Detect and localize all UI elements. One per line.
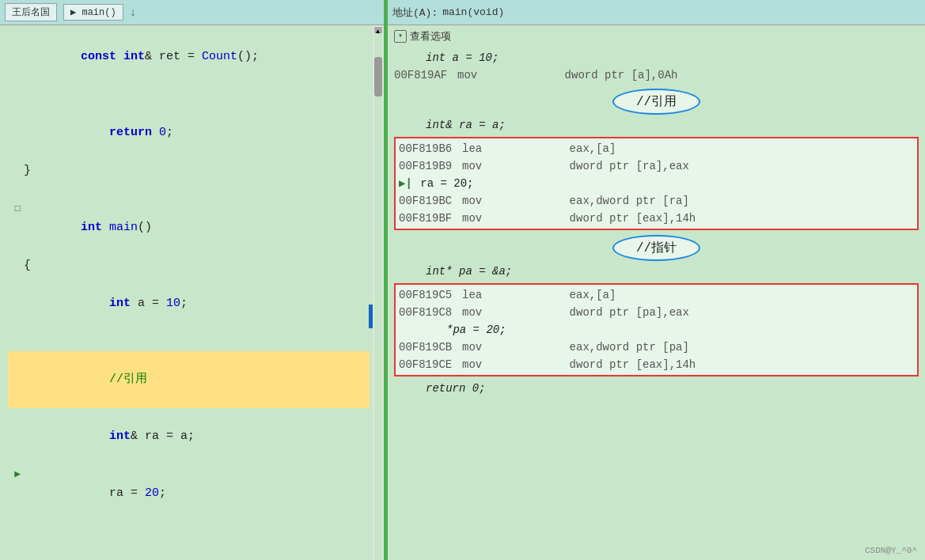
asm-mnemonic: mov bbox=[462, 339, 510, 356]
asm-operand: dword ptr [eax],14h bbox=[510, 210, 696, 227]
code-line: return 0; bbox=[8, 104, 370, 161]
source-text: return 0; bbox=[394, 380, 486, 397]
asm-operand: dword ptr [pa],eax bbox=[510, 304, 689, 321]
asm-addr: 00F819CB bbox=[399, 339, 462, 356]
chevron-down-icon[interactable]: ▾ bbox=[394, 30, 407, 43]
asm-operand: dword ptr [eax],14h bbox=[510, 356, 696, 373]
code-line bbox=[8, 332, 370, 351]
scroll-arrow: ↓ bbox=[130, 6, 136, 19]
options-bar: ▾ 查看选项 bbox=[388, 25, 925, 47]
asm-instruction: 00F819BC mov eax,dword ptr [ra] bbox=[399, 192, 914, 210]
source-text: int a = 10; bbox=[394, 49, 499, 66]
oval-label: //引用 bbox=[612, 89, 700, 115]
code-line: int& ra = a; bbox=[8, 408, 370, 465]
asm-mnemonic: lea bbox=[462, 140, 510, 157]
source-line-current: ▶| ra = 20; bbox=[399, 175, 914, 192]
watermark: CSDN@Y_^0^ bbox=[865, 546, 917, 555]
code-line: { bbox=[8, 256, 370, 275]
code-line: const int& ret = Count(); bbox=[8, 28, 370, 85]
asm-addr: 00F819B9 bbox=[399, 157, 462, 175]
asm-mnemonic: mov bbox=[462, 304, 510, 321]
asm-operand: eax,dword ptr [pa] bbox=[510, 339, 689, 356]
right-panel: 地址(A): main(void) ▾ 查看选项 int a = 10; 00F… bbox=[388, 0, 925, 560]
code-text bbox=[24, 180, 370, 199]
source-text: int* pa = &a; bbox=[394, 263, 512, 280]
scrollbar-up-arrow[interactable]: ▲ bbox=[374, 27, 382, 33]
source-line: int& ra = a; bbox=[394, 116, 919, 134]
asm-operand: dword ptr [a],0Ah bbox=[505, 66, 677, 84]
scrollbar-vertical[interactable]: ▲ bbox=[373, 25, 384, 560]
annotation-oval-pointer: //指针 bbox=[394, 235, 919, 261]
code-line bbox=[8, 180, 370, 199]
code-editor: const int& ret = Count(); return 0; } bbox=[0, 25, 384, 560]
asm-mnemonic: mov bbox=[462, 192, 510, 210]
annotation-oval-reference: //引用 bbox=[394, 89, 919, 115]
asm-instruction: 00F819CE mov dword ptr [eax],14h bbox=[399, 356, 914, 373]
code-text: const int& ret = Count(); bbox=[24, 28, 370, 85]
code-line: □ int main() bbox=[8, 199, 370, 256]
asm-disassembly: int a = 10; 00F819AF mov dword ptr [a],0… bbox=[388, 47, 925, 560]
asm-instruction: 00F819C8 mov dword ptr [pa],eax bbox=[399, 304, 914, 321]
asm-instruction: 00F819CB mov eax,dword ptr [pa] bbox=[399, 339, 914, 356]
current-arrow-icon: ▶| bbox=[399, 175, 412, 192]
asm-instruction: 00F819BF mov dword ptr [eax],14h bbox=[399, 210, 914, 227]
scrollbar-track[interactable] bbox=[374, 33, 382, 560]
asm-addr: 00F819C8 bbox=[399, 304, 462, 321]
gutter: □ bbox=[8, 199, 24, 218]
code-line bbox=[8, 522, 370, 541]
blue-indicator-line bbox=[369, 305, 373, 328]
code-text: return 0; bbox=[24, 104, 370, 161]
options-label[interactable]: 查看选项 bbox=[410, 29, 451, 44]
asm-addr: 00F819CE bbox=[399, 356, 462, 373]
code-line-current: ▶ ra = 20; bbox=[8, 465, 370, 522]
asm-instruction: 00F819B6 lea eax,[a] bbox=[399, 140, 914, 157]
asm-operand: eax,[a] bbox=[510, 286, 616, 304]
red-box-reference: 00F819B6 lea eax,[a] 00F819B9 mov dword … bbox=[394, 137, 919, 230]
asm-mnemonic: mov bbox=[462, 210, 510, 227]
code-text: //指针 bbox=[24, 541, 370, 560]
code-text bbox=[24, 85, 370, 104]
addr-label: 地址(A): bbox=[392, 6, 438, 20]
asm-addr: 00F819AF bbox=[394, 66, 457, 84]
left-panel: 王后名国 ▶ main() ↓ const int& ret = Count()… bbox=[0, 0, 388, 560]
current-line-marker: ▶ bbox=[8, 465, 24, 484]
asm-addr: 00F819C5 bbox=[399, 286, 462, 304]
asm-mnemonic: mov bbox=[457, 66, 505, 84]
asm-mnemonic: mov bbox=[462, 157, 510, 175]
oval-label: //指针 bbox=[612, 235, 700, 261]
tab-main[interactable]: ▶ main() bbox=[63, 4, 123, 21]
code-line-highlighted: //引用 bbox=[8, 351, 370, 408]
scrollbar-thumb[interactable] bbox=[374, 57, 382, 96]
source-line: return 0; bbox=[394, 380, 919, 397]
tab-callstack[interactable]: 王后名国 bbox=[5, 3, 57, 21]
red-box-pointer: 00F819C5 lea eax,[a] 00F819C8 mov dword … bbox=[394, 283, 919, 376]
source-text: *pa = 20; bbox=[399, 321, 506, 339]
code-line: int a = 10; bbox=[8, 275, 370, 332]
asm-addr: 00F819BC bbox=[399, 192, 462, 210]
source-text: int& ra = a; bbox=[394, 116, 506, 134]
addr-value: main(void) bbox=[442, 6, 504, 18]
code-text: } bbox=[24, 161, 370, 180]
code-text: { bbox=[24, 256, 370, 275]
code-text: ra = 20; bbox=[24, 465, 370, 522]
source-line: int a = 10; bbox=[394, 49, 919, 66]
asm-addr: 00F819BF bbox=[399, 210, 462, 227]
asm-instruction: 00F819C5 lea eax,[a] bbox=[399, 286, 914, 304]
asm-mnemonic: mov bbox=[462, 356, 510, 373]
asm-instruction: 00F819AF mov dword ptr [a],0Ah bbox=[394, 66, 919, 84]
code-text: int& ra = a; bbox=[24, 408, 370, 465]
source-line: *pa = 20; bbox=[399, 321, 914, 339]
code-line bbox=[8, 85, 370, 104]
asm-mnemonic: lea bbox=[462, 286, 510, 304]
asm-operand: dword ptr [ra],eax bbox=[510, 157, 689, 175]
code-text: //引用 bbox=[24, 351, 370, 408]
right-topbar: 地址(A): main(void) bbox=[388, 0, 925, 25]
asm-operand: eax,[a] bbox=[510, 140, 616, 157]
code-text bbox=[24, 332, 370, 351]
code-text: int a = 10; bbox=[24, 275, 370, 332]
code-line: //指针 bbox=[8, 541, 370, 560]
code-line: } bbox=[8, 161, 370, 180]
left-topbar: 王后名国 ▶ main() ↓ bbox=[0, 0, 384, 25]
source-text: ra = 20; bbox=[414, 175, 474, 192]
asm-instruction: 00F819B9 mov dword ptr [ra],eax bbox=[399, 157, 914, 175]
